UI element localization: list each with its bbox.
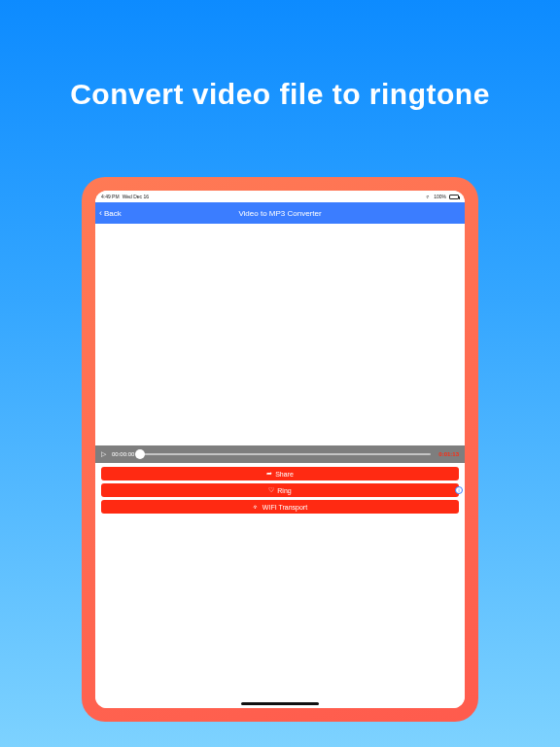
wifi-label: WIFI Transport	[262, 504, 307, 511]
info-icon[interactable]: i	[455, 486, 463, 494]
ring-label: Ring	[277, 487, 291, 494]
status-bar: 4:49 PM Wed Dec 16 ᯤ 100%	[95, 191, 465, 202]
page-title: Video to MP3 Converter	[238, 209, 321, 218]
promo-headline: Convert video file to ringtone	[0, 78, 560, 111]
bell-icon: ♡	[268, 486, 274, 494]
total-time: 0:01:13	[438, 451, 459, 457]
promo-background: Convert video file to ringtone 4:49 PM W…	[0, 0, 560, 747]
share-icon: ➦	[266, 470, 272, 478]
video-preview-area	[95, 224, 465, 445]
back-label: Back	[104, 209, 122, 218]
wifi-transport-button[interactable]: ᯤ WIFI Transport	[101, 500, 459, 514]
chevron-left-icon: ‹	[99, 209, 102, 218]
share-label: Share	[275, 471, 294, 478]
status-time: 4:49 PM	[101, 194, 120, 199]
play-icon[interactable]: ▷	[101, 450, 106, 458]
home-indicator	[241, 702, 319, 705]
share-button[interactable]: ➦ Share	[101, 467, 459, 480]
action-buttons: ➦ Share ♡ Ring ᯤ WIFI Transport i	[95, 463, 465, 517]
device-frame: 4:49 PM Wed Dec 16 ᯤ 100% ‹ Back Video t…	[82, 177, 478, 722]
device-screen: 4:49 PM Wed Dec 16 ᯤ 100% ‹ Back Video t…	[95, 191, 465, 708]
playback-bar[interactable]: ▷ 00:00:00 0:01:13	[95, 445, 465, 463]
current-time: 00:00:00	[112, 451, 134, 457]
nav-bar: ‹ Back Video to MP3 Converter	[95, 202, 465, 224]
battery-percent: 100%	[434, 194, 446, 199]
seek-thumb[interactable]	[135, 449, 145, 459]
seek-track[interactable]	[140, 453, 431, 455]
wifi-icon: ᯤ	[253, 504, 260, 511]
ring-button[interactable]: ♡ Ring	[101, 483, 459, 497]
battery-icon	[449, 195, 459, 199]
status-date: Wed Dec 16	[122, 194, 149, 199]
empty-area	[95, 517, 465, 708]
wifi-icon: ᯤ	[426, 194, 431, 199]
back-button[interactable]: ‹ Back	[99, 209, 122, 218]
